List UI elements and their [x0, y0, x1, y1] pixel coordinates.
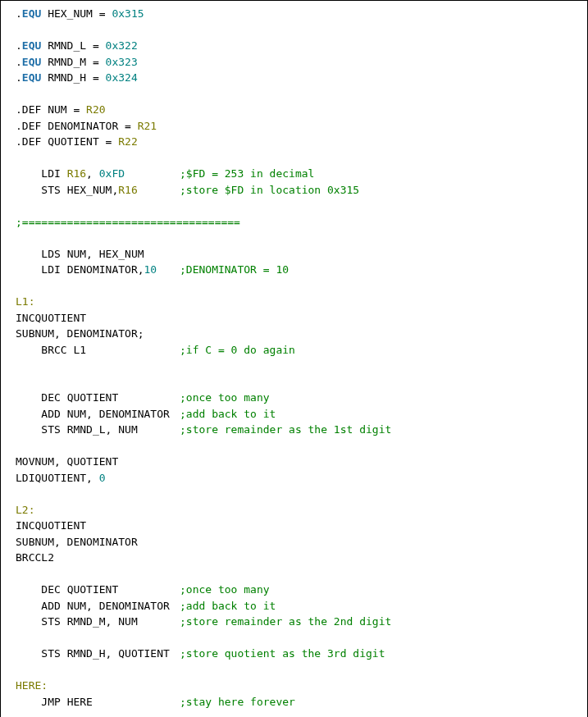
code-line: STS RMND_H, QUOTIENT;store quotient as t… — [16, 646, 577, 662]
blank-line — [16, 358, 577, 374]
code-line: LDI R16, 0xFD;$FD = 253 in decimal — [16, 166, 577, 182]
code-line: BRCC L1;if C = 0 do again — [16, 342, 577, 358]
blank-line — [16, 438, 577, 454]
code-line: LDS NUM, HEX_NUM — [16, 246, 577, 263]
code-line: LDI QUOTIENT, 0 — [16, 470, 577, 486]
code-line: INC QUOTIENT — [16, 310, 577, 327]
blank-line — [16, 86, 577, 103]
code-line: MOV NUM, QUOTIENT — [16, 454, 577, 470]
equ-keyword: EQU — [22, 6, 41, 22]
code-line: LDI DENOMINATOR,10;DENOMINATOR = 10 — [16, 262, 577, 278]
code-line: INC QUOTIENT — [16, 518, 577, 534]
code-line: ADD NUM, DENOMINATOR;add back to it — [16, 598, 577, 614]
blank-line — [16, 230, 577, 246]
blank-line — [16, 278, 577, 295]
code-line: STS RMND_L, NUM;store remainder as the 1… — [16, 422, 577, 438]
equals: = — [93, 6, 112, 22]
dot: . — [16, 6, 22, 22]
code-line: STS HEX_NUM,R16;store $FD in location 0x… — [16, 182, 577, 199]
blank-line — [16, 198, 577, 214]
label-l1: L1: — [16, 294, 577, 310]
code-line: .EQU HEX_NUM = 0x315 — [16, 6, 577, 22]
blank-line — [16, 374, 577, 390]
code-line: DEC QUOTIENT;once too many — [16, 582, 577, 598]
assembly-code-listing: .EQU HEX_NUM = 0x315 .EQU RMND_L = 0x322… — [0, 0, 588, 717]
code-line: .EQU RMND_M = 0x323 — [16, 54, 577, 71]
code-line: STS RMND_M, NUM;store remainder as the 2… — [16, 614, 577, 630]
label-here: HERE: — [16, 678, 577, 694]
code-line: .DEF QUOTIENT = R22 — [16, 134, 577, 150]
code-line: JMP HERE;stay here forever — [16, 694, 577, 710]
equ-value: 0x315 — [112, 6, 144, 22]
code-line: .DEF NUM = R20 — [16, 102, 577, 118]
blank-line — [16, 662, 577, 678]
code-line: .EQU RMND_L = 0x322 — [16, 38, 577, 54]
code-line: .DEF DENOMINATOR = R21 — [16, 118, 577, 135]
code-line: SUB NUM, DENOMINATOR — [16, 534, 577, 550]
separator-comment: ;================================== — [16, 214, 577, 231]
code-line: ADD NUM, DENOMINATOR;add back to it — [16, 406, 577, 422]
code-line: SUB NUM, DENOMINATOR; — [16, 326, 577, 342]
label-l2: L2: — [16, 502, 577, 518]
code-line: DEC QUOTIENT;once too many — [16, 390, 577, 406]
blank-line — [16, 486, 577, 502]
blank-line — [16, 22, 577, 39]
equ-name: HEX_NUM — [48, 6, 93, 22]
blank-line — [16, 150, 577, 167]
code-line: .EQU RMND_H = 0x324 — [16, 70, 577, 86]
blank-line — [16, 630, 577, 646]
blank-line — [16, 566, 577, 582]
code-line: BRCC L2 — [16, 550, 577, 566]
